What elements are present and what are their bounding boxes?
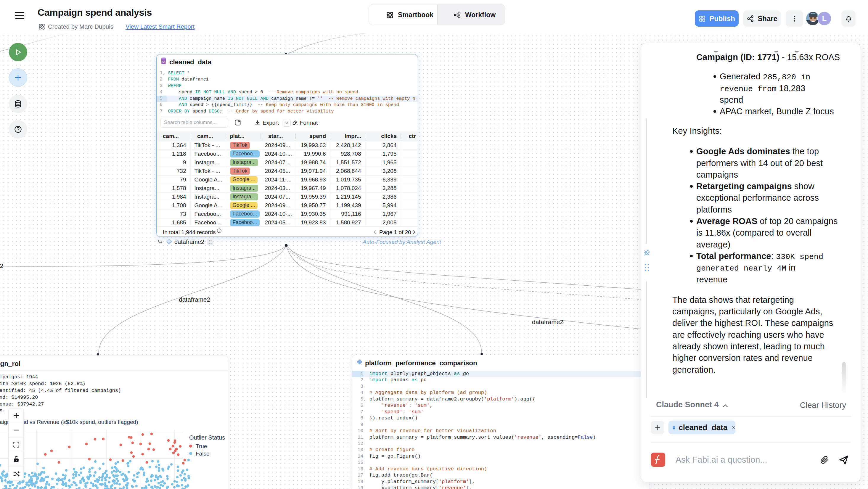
svg-text:SQL: SQL	[673, 427, 675, 429]
